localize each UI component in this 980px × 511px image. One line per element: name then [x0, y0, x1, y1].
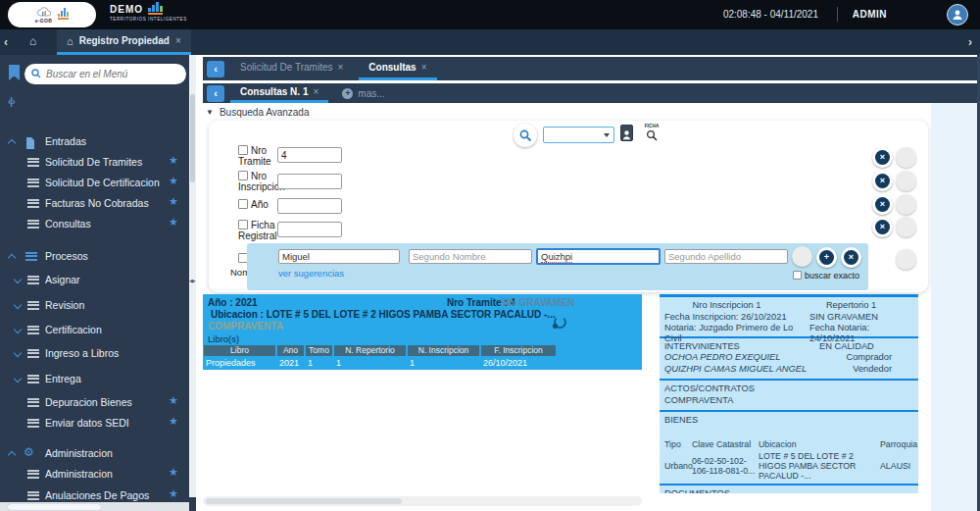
- panel-resize-handle[interactable]: ◀▶: [189, 278, 195, 283]
- tab-solicitud-de-tramites[interactable]: Solicitud De Tramites ×: [230, 57, 353, 80]
- star-icon[interactable]: ★: [169, 216, 178, 229]
- empty-circle-button[interactable]: [896, 249, 916, 270]
- home-icon[interactable]: ⌂: [29, 34, 36, 48]
- empty-circle-button[interactable]: [896, 194, 916, 215]
- add-name-button[interactable]: +: [816, 247, 837, 268]
- clear-row-button[interactable]: ×: [872, 147, 893, 168]
- chevron-up-icon: [8, 451, 16, 459]
- demo-label: DEMO: [110, 4, 143, 15]
- logged-user-label: ADMIN: [853, 9, 887, 20]
- item-label: Depuracion Bienes: [45, 396, 132, 408]
- sidebar-item-consultas[interactable]: Consultas ★: [0, 215, 196, 232]
- panel-toggle-icon[interactable]: ‹|›: [8, 96, 14, 107]
- more-tabs-button[interactable]: + mas...: [342, 83, 384, 103]
- second-surname-input[interactable]: [664, 249, 788, 264]
- advanced-search-toggle[interactable]: ▼ Busqueda Avanzada: [206, 107, 309, 118]
- item-label: Certificacion: [45, 324, 102, 335]
- clear-row-button[interactable]: ×: [872, 171, 893, 191]
- sidebar-item-administracion[interactable]: Administracion ★: [0, 465, 196, 483]
- star-icon[interactable]: ★: [169, 394, 178, 407]
- second-name-input[interactable]: [409, 249, 532, 264]
- egob-cloud-logo: e-GOB: [35, 7, 52, 24]
- star-icon[interactable]: ★: [169, 154, 178, 167]
- sidebar-item-enviar-datos-sedi[interactable]: Enviar datos SEDI ★: [0, 414, 196, 432]
- user-avatar[interactable]: [947, 4, 968, 26]
- nro-tramite-checkbox[interactable]: [238, 145, 248, 155]
- close-icon[interactable]: ×: [175, 35, 181, 46]
- close-icon[interactable]: ×: [313, 86, 318, 97]
- column-header: Ubicacion: [759, 439, 878, 449]
- anio-input[interactable]: [277, 198, 342, 214]
- libros-table-row[interactable]: Propiedades 2021 1 1 1 26/10/2021: [204, 357, 556, 369]
- search-button[interactable]: [514, 124, 537, 147]
- table-cell: Propiedades: [204, 357, 275, 369]
- sidebar-item-facturas-no-cobradas[interactable]: Facturas No Cobradas ★: [0, 194, 196, 212]
- menu-lines-icon: [27, 199, 39, 208]
- column-header: Libro: [204, 345, 275, 356]
- demo-logo: DEMO TERRITORIOS INTELIGENTES: [110, 3, 187, 22]
- sidebar-item-ingreso-a-libros[interactable]: Ingreso a Libros: [0, 344, 196, 362]
- chevron-down-icon: [604, 133, 610, 137]
- ficha-registral-input[interactable]: [277, 222, 342, 237]
- exact-search-checkbox[interactable]: [793, 271, 802, 280]
- demo-subtitle: TERRITORIOS INTELIGENTES: [110, 17, 187, 22]
- empty-circle-button[interactable]: [896, 217, 916, 237]
- sidebar-vertical-scrollbar[interactable]: [189, 55, 196, 497]
- item-label: Administracion: [45, 468, 113, 480]
- nro-inscripcion-input[interactable]: [277, 174, 342, 189]
- nro-tramite-input[interactable]: [277, 147, 342, 163]
- star-icon[interactable]: ★: [169, 175, 178, 187]
- surname-input[interactable]: Quizhpi: [536, 248, 661, 265]
- result-acto: COMPRAVENTA: [208, 321, 283, 332]
- sidebar-horizontal-scrollbar[interactable]: [0, 502, 189, 511]
- tab-consultas[interactable]: Consultas ×: [359, 57, 436, 80]
- window-tab-strip: ‹ ⌂ ⌂ Registro Propiedad × ›: [0, 29, 980, 55]
- sidebar-item-asignar[interactable]: Asignar: [0, 271, 196, 288]
- clear-names-button[interactable]: ×: [841, 247, 861, 268]
- top-header-bar: e-GOB DEMO TERRITORIOS INTELIGENTES 02:0…: [0, 0, 980, 29]
- sidebar-item-entrega[interactable]: Entrega: [0, 370, 196, 387]
- sidebar-item-depuracion-bienes[interactable]: Depuracion Bienes ★: [0, 393, 196, 411]
- sidebar-item-revision[interactable]: Revision: [0, 296, 196, 314]
- menu-lines-icon: [27, 301, 39, 310]
- menu-search-input[interactable]: [24, 64, 186, 84]
- results-horizontal-scrollbar[interactable]: [203, 496, 642, 506]
- nro-inscripcion-checkbox[interactable]: [238, 171, 248, 180]
- close-icon[interactable]: ×: [337, 62, 343, 73]
- sidebar-section-procesos[interactable]: Procesos: [0, 247, 196, 265]
- tabs-scroll-left-button[interactable]: ‹: [207, 85, 224, 102]
- document-person-icon[interactable]: [620, 125, 633, 145]
- tabs-scroll-left-button[interactable]: ‹: [207, 61, 224, 77]
- ficha-search-icon[interactable]: FICHA: [641, 124, 662, 146]
- nav-back-button[interactable]: ‹: [4, 35, 8, 49]
- sidebar-item-solicitud-de-certificacion[interactable]: Solicitud De Certificacion ★: [0, 174, 196, 191]
- star-icon[interactable]: ★: [169, 195, 178, 208]
- item-label: Anulaciones De Pagos: [45, 489, 149, 501]
- star-icon[interactable]: ★: [169, 487, 178, 500]
- chevron-down-icon: [14, 326, 22, 333]
- bookmark-icon[interactable]: [8, 65, 21, 84]
- sidebar-section-entradas[interactable]: Entradas: [0, 132, 196, 150]
- clear-row-button[interactable]: ×: [872, 194, 893, 215]
- suggestions-link[interactable]: ver sugerencias: [278, 268, 344, 279]
- star-icon[interactable]: ★: [169, 466, 178, 479]
- sidebar-item-certificacion[interactable]: Certificacion: [0, 321, 196, 338]
- results-panel[interactable]: Año : 2021 Nro Tramite : 4 SIN GRAVAMEN …: [203, 294, 642, 370]
- sidebar-item-solicitud-de-tramites[interactable]: Solicitud De Tramites ★: [0, 153, 196, 171]
- anio-checkbox[interactable]: [238, 199, 248, 209]
- empty-circle-button[interactable]: [792, 246, 812, 267]
- sidebar-section-administracion[interactable]: ⚙ Administracion: [0, 444, 196, 462]
- section-label: Entradas: [45, 135, 86, 147]
- nav-forward-button[interactable]: ›: [968, 35, 972, 49]
- search-type-select[interactable]: [543, 127, 614, 143]
- item-label: Ingreso a Libros: [45, 347, 119, 359]
- tab-consultas-n1[interactable]: Consultas N. 1 ×: [230, 83, 328, 103]
- clear-row-button[interactable]: ×: [872, 217, 893, 237]
- star-icon[interactable]: ★: [169, 415, 178, 428]
- tab-registro-propiedad[interactable]: ⌂ Registro Propiedad ×: [57, 29, 191, 55]
- empty-circle-button[interactable]: [896, 171, 916, 191]
- first-name-input[interactable]: [278, 249, 400, 264]
- empty-circle-button[interactable]: [896, 147, 916, 168]
- close-icon[interactable]: ×: [421, 62, 427, 73]
- ficha-registral-checkbox[interactable]: [238, 220, 248, 230]
